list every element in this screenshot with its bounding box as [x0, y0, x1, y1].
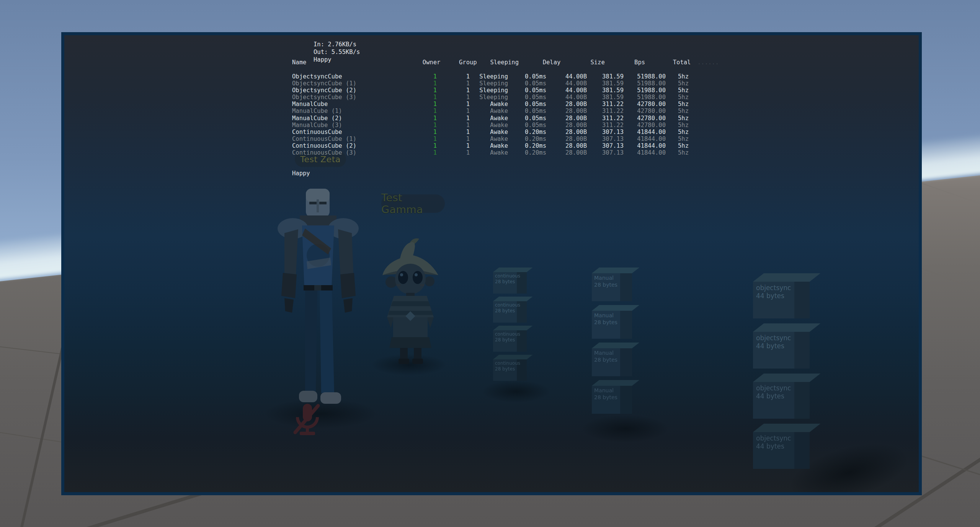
- cube-face-front: objectsync44 bytes: [753, 432, 794, 469]
- cell-sleeping: Awake: [470, 101, 508, 108]
- cube-label: 44 bytes: [756, 392, 794, 400]
- cell-sleeping: Awake: [470, 129, 508, 135]
- cube-label: continuous: [495, 302, 517, 308]
- network-cube: continuous28 bytes: [493, 268, 527, 294]
- cube-label: 28 bytes: [495, 308, 517, 314]
- network-stats: In: 2.76KB/s Out: 5.55KB/s Happy: [292, 33, 394, 41]
- cell-name: ContinuousCube (1): [292, 135, 415, 142]
- cube-face-top: [592, 343, 639, 348]
- cell-sleeping: Awake: [470, 149, 508, 156]
- cell-bps: 381.59: [587, 87, 624, 94]
- cell-name: ObjectsyncCube (2): [292, 87, 415, 94]
- cell-size: 44.00B: [546, 73, 587, 80]
- cube-label: objectsync: [756, 384, 794, 392]
- cube-face-front: Manual28 bytes: [592, 311, 620, 339]
- cell-delay: 0.20ms: [508, 135, 546, 142]
- cell-owner: 1: [415, 80, 437, 87]
- cell-total: 41844.00: [624, 149, 666, 156]
- test-gamma-button[interactable]: Test Gamma: [381, 194, 445, 213]
- cube-face-top: [493, 297, 532, 301]
- cell-rate: 5hz: [666, 129, 689, 135]
- cube-label: 44 bytes: [756, 442, 794, 450]
- network-cube: continuous28 bytes: [493, 355, 527, 381]
- cell-total: 42780.00: [624, 115, 666, 122]
- table-row: ObjectsyncCube (1)11Sleeping0.05ms44.00B…: [292, 80, 720, 87]
- cube-label: 28 bytes: [594, 357, 620, 364]
- cell-size: 44.00B: [546, 94, 587, 101]
- cell-rate: 5hz: [666, 94, 689, 101]
- cube-label: 28 bytes: [495, 337, 517, 343]
- cell-bps: 311.22: [587, 108, 624, 114]
- cube-label: 28 bytes: [495, 366, 517, 372]
- header-sleeping: Sleeping: [480, 59, 519, 66]
- cube-face-side: [620, 273, 632, 301]
- cell-name: ManualCube (1): [292, 108, 415, 114]
- network-object-table: Name Owner Group Sleeping Delay Size Bps…: [292, 59, 720, 156]
- cell-size: 28.00B: [546, 142, 587, 149]
- cube-face-front: Manual28 bytes: [592, 386, 620, 414]
- cell-group: 1: [437, 142, 470, 149]
- cell-owner: 1: [415, 73, 437, 80]
- table-row: ObjectsyncCube11Sleeping0.05ms44.00B381.…: [292, 73, 720, 80]
- cell-bps: 307.13: [587, 135, 624, 142]
- cube-label: 28 bytes: [495, 279, 517, 285]
- cell-size: 28.00B: [546, 108, 587, 114]
- cell-total: 41844.00: [624, 135, 666, 142]
- cell-size: 28.00B: [546, 129, 587, 135]
- cube-stack-objectsync: objectsync44 bytesobjectsync44 bytesobje…: [753, 273, 810, 474]
- cell-name: ManualCube (3): [292, 122, 415, 129]
- cell-name: ContinuousCube (3): [292, 149, 415, 156]
- cell-owner: 1: [415, 87, 437, 94]
- cell-group: 1: [437, 80, 470, 87]
- cell-owner: 1: [415, 101, 437, 108]
- cell-delay: 0.20ms: [508, 149, 546, 156]
- cell-delay: 0.05ms: [508, 73, 546, 80]
- cell-size: 28.00B: [546, 122, 587, 129]
- stat-in: In: 2.76KB/s: [314, 41, 356, 48]
- cube-label: objectsync: [756, 284, 794, 292]
- cell-owner: 1: [415, 135, 437, 142]
- cell-owner: 1: [415, 122, 437, 129]
- table-row: ManualCube (2)11Awake0.05ms28.00B311.224…: [292, 115, 720, 122]
- cell-bps: 381.59: [587, 73, 624, 80]
- cube-label: continuous: [495, 331, 517, 337]
- table-row: ManualCube (3)11Awake0.05ms28.00B311.224…: [292, 122, 720, 129]
- cell-sleeping: Sleeping: [470, 73, 508, 80]
- cell-size: 28.00B: [546, 149, 587, 156]
- cube-face-top: [753, 273, 820, 282]
- cell-sleeping: Sleeping: [470, 94, 508, 101]
- cube-face-side: [794, 382, 810, 419]
- network-cube: Manual28 bytes: [592, 268, 632, 301]
- connection-state-label: Happy: [292, 170, 310, 177]
- cube-label: 28 bytes: [594, 282, 620, 289]
- cube-label: 44 bytes: [756, 292, 794, 300]
- villager-character: [380, 236, 441, 364]
- cell-delay: 0.05ms: [508, 94, 546, 101]
- network-debug-overlay: continuous28 bytescontinuous28 bytescont…: [61, 32, 922, 495]
- cube-stack-shadow: [581, 415, 669, 442]
- table-row: ManualCube (1)11Awake0.05ms28.00B311.224…: [292, 108, 720, 114]
- cell-bps: 311.22: [587, 115, 624, 122]
- cell-total: 51988.00: [624, 80, 666, 87]
- cube-face-top: [753, 374, 820, 382]
- cube-label: Manual: [594, 275, 620, 282]
- cell-bps: 311.22: [587, 122, 624, 129]
- cube-face-top: [493, 268, 532, 272]
- cell-delay: 0.05ms: [508, 122, 546, 129]
- table-row: ContinuousCube (1)11Awake0.20ms28.00B307…: [292, 135, 720, 142]
- cell-delay: 0.05ms: [508, 108, 546, 114]
- cube-face-front: continuous28 bytes: [493, 330, 517, 352]
- cell-group: 1: [437, 115, 470, 122]
- cell-size: 28.00B: [546, 101, 587, 108]
- cube-face-side: [794, 282, 810, 318]
- header-rate-dots: ......: [694, 59, 720, 66]
- cell-name: ObjectsyncCube: [292, 73, 415, 80]
- cell-total: 51988.00: [624, 73, 666, 80]
- cell-bps: 381.59: [587, 80, 624, 87]
- cube-face-front: objectsync44 bytes: [753, 282, 794, 318]
- cell-sleeping: Awake: [470, 142, 508, 149]
- cell-total: 41844.00: [624, 129, 666, 135]
- cube-label: continuous: [495, 361, 517, 366]
- cube-stack-manual: Manual28 bytesManual28 bytesManual28 byt…: [592, 268, 632, 418]
- cube-face-side: [620, 348, 632, 376]
